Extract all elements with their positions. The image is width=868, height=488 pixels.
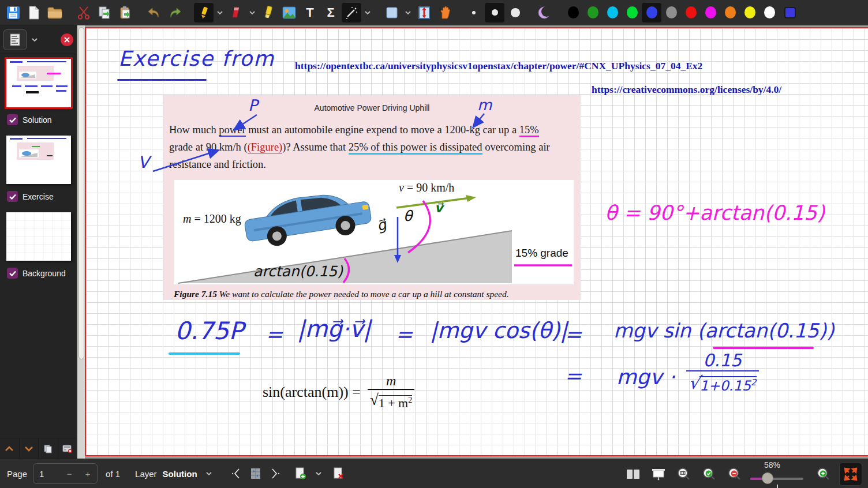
open-button[interactable] (45, 3, 65, 22)
zoom-slider-thumb[interactable] (762, 472, 773, 484)
layer-dropdown-chevron-icon[interactable] (205, 471, 212, 476)
pen-color-yellow-button[interactable] (740, 3, 760, 22)
stroke-medium-button[interactable] (485, 3, 504, 22)
pen-color-bright-green-button[interactable] (622, 3, 642, 22)
background-checkbox[interactable] (7, 268, 18, 279)
eraser-options-chevron[interactable] (247, 3, 257, 22)
sidebar-close-button[interactable] (61, 33, 73, 46)
save-button[interactable] (3, 3, 23, 22)
pen-tool-button[interactable] (194, 3, 214, 22)
prev-annotated-page-button[interactable] (226, 463, 246, 484)
add-page-options-chevron-icon[interactable] (315, 471, 322, 476)
preview-pane-tab[interactable] (3, 29, 27, 50)
layer-thumbnail-solution[interactable] (6, 59, 71, 107)
thick-dot-icon (511, 8, 520, 17)
vertical-space-tool-button[interactable] (414, 3, 434, 22)
pen-color-magenta-button[interactable] (701, 3, 720, 22)
shape-recognizer-button[interactable] (534, 3, 554, 22)
pen-color-black-button[interactable] (563, 3, 583, 22)
current-layer-value[interactable]: Solution (163, 469, 197, 479)
checkmark-icon (9, 117, 16, 123)
next-annotated-page-button[interactable] (265, 463, 285, 484)
vertical-space-icon (418, 6, 431, 20)
page-template-button[interactable] (246, 463, 265, 484)
sqrt-expression: 1+0.15 (699, 378, 751, 394)
sine-term: mgv sin (arctan(0.15)) (613, 319, 834, 342)
redo-button[interactable] (165, 3, 185, 22)
zoom-slider[interactable]: 58% (750, 459, 808, 488)
page-number-input[interactable] (33, 464, 60, 483)
new-document-button[interactable] (24, 3, 44, 22)
problem-text: overcoming air (482, 141, 550, 153)
select-tool-button[interactable] (342, 3, 361, 22)
license-link[interactable]: https://creativecommons.org/licenses/by/… (592, 84, 781, 96)
fullscreen-button[interactable] (839, 463, 862, 486)
undo-button[interactable] (144, 3, 164, 22)
highlighter-tool-button[interactable] (259, 3, 278, 22)
solution-lhs: 0.75P (175, 317, 244, 345)
angle-left-icon (231, 468, 241, 479)
problem-text: must an automobile engine expend to move… (246, 124, 519, 136)
canvas-vertical-scrollbar[interactable] (77, 25, 85, 459)
layer-row-exercise[interactable]: Exercise (0, 186, 77, 208)
paste-button[interactable] (115, 3, 135, 22)
text-tool-button[interactable]: T (300, 3, 320, 22)
annotation-p: P (248, 96, 257, 114)
math-tex-button[interactable]: Σ (321, 3, 341, 22)
sqrt-icon: √ (689, 373, 699, 393)
zoom-in-button[interactable] (814, 464, 833, 485)
canvas-area[interactable]: Exercise from https://opentextbc.ca/univ… (85, 25, 868, 459)
move-layer-down-button[interactable] (20, 438, 39, 459)
page-increment-button[interactable]: + (78, 464, 97, 483)
layer-thumbnail-background[interactable] (6, 212, 71, 261)
pen-color-gray-button[interactable] (661, 3, 681, 22)
copy-button[interactable] (95, 3, 114, 22)
zoom-out-button[interactable] (725, 464, 744, 485)
page-decrement-button[interactable]: − (60, 464, 78, 483)
layer-row-background[interactable]: Background (0, 263, 77, 284)
redo-icon (167, 6, 182, 20)
problem-line-2: grade at 90 km/h ((Figure))? Assume that… (169, 141, 550, 153)
exercise-checkbox[interactable] (7, 191, 18, 202)
select-options-chevron[interactable] (362, 3, 373, 22)
copy-icon (98, 6, 111, 20)
pen-color-red-button[interactable] (681, 3, 701, 22)
zoom-fit-button[interactable] (699, 464, 719, 485)
pen-color-white-button[interactable] (760, 3, 779, 22)
zoom-100-button[interactable] (674, 464, 694, 485)
stroke-fine-button[interactable] (464, 3, 484, 22)
hand-tool-button[interactable] (435, 3, 455, 22)
layer-thumbnail-exercise[interactable] (6, 136, 71, 184)
delete-page-button[interactable] (329, 463, 349, 484)
title-underline-stroke (117, 79, 207, 81)
rectangle-select-button[interactable] (382, 3, 402, 22)
presentation-mode-button[interactable] (649, 464, 668, 485)
document-page[interactable]: Exercise from https://opentextbc.ca/univ… (85, 27, 868, 456)
delete-layer-button[interactable] (58, 438, 77, 459)
sidebar-chevron-down-icon[interactable] (31, 37, 38, 42)
app-window: T Σ (0, 0, 868, 488)
pen-color-green-button[interactable] (583, 3, 603, 22)
scrollbar-thumb[interactable] (78, 27, 84, 359)
shape-options-chevron[interactable] (403, 3, 413, 22)
stroke-thick-button[interactable] (506, 3, 525, 22)
eraser-tool-button[interactable] (226, 3, 246, 22)
source-link[interactable]: https://opentextbc.ca/universityphysicsv… (295, 60, 702, 72)
pen-options-chevron[interactable] (215, 3, 225, 22)
handwritten-title: Exercise from (118, 47, 275, 70)
color-picker-button[interactable] (780, 3, 800, 22)
solution-checkbox[interactable] (7, 114, 18, 125)
insert-image-button[interactable] (279, 3, 299, 22)
move-layer-up-button[interactable] (0, 438, 20, 459)
layer-row-solution[interactable]: Solution (0, 110, 77, 131)
pen-color-cyan-button[interactable] (603, 3, 622, 22)
cut-button[interactable] (74, 3, 93, 22)
pen-color-orange-button[interactable] (720, 3, 740, 22)
duplicate-layer-button[interactable] (39, 438, 58, 459)
add-page-button[interactable] (291, 463, 310, 484)
dual-page-view-button[interactable] (623, 464, 643, 485)
black-swatch-icon (568, 6, 579, 18)
pen-color-blue-button[interactable] (642, 3, 661, 22)
delete-page-icon (333, 467, 345, 480)
figure-hyperlink[interactable]: (Figure) (248, 141, 283, 153)
